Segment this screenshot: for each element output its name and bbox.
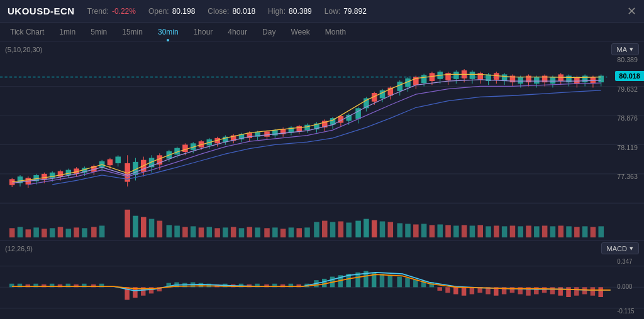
svg-rect-165 <box>74 228 79 238</box>
tab-tick[interactable]: Tick Chart <box>3 25 52 39</box>
svg-rect-114 <box>430 73 435 81</box>
svg-rect-207 <box>437 225 443 238</box>
svg-rect-173 <box>157 221 163 238</box>
svg-rect-179 <box>207 227 213 238</box>
svg-rect-190 <box>296 229 302 238</box>
svg-rect-157 <box>9 229 15 238</box>
macd-button[interactable]: MACD ▾ <box>601 242 639 254</box>
close-value: 80.018 <box>232 7 255 16</box>
svg-text:80.389: 80.389 <box>617 57 638 63</box>
close-label: Close: <box>208 7 229 16</box>
svg-rect-26 <box>66 170 72 175</box>
svg-rect-297 <box>542 288 547 293</box>
svg-rect-215 <box>502 227 508 238</box>
tab-15min[interactable]: 15min <box>114 25 150 39</box>
chart-container: (5,10,20,30) MA ▾ 80.389 79.632 78.876 7… <box>0 41 644 319</box>
tab-30min[interactable]: 30min <box>150 25 186 39</box>
svg-rect-178 <box>199 228 204 238</box>
svg-rect-222 <box>558 226 564 238</box>
svg-rect-174 <box>167 225 172 238</box>
svg-rect-167 <box>91 227 97 238</box>
svg-rect-172 <box>149 219 155 238</box>
svg-rect-176 <box>182 227 188 238</box>
volume-area <box>0 203 644 241</box>
ma-params: (5,10,20,30) <box>5 46 42 53</box>
tab-1min[interactable]: 1min <box>52 25 83 39</box>
svg-rect-255 <box>199 283 203 288</box>
svg-rect-226 <box>591 227 596 238</box>
svg-rect-279 <box>397 277 401 288</box>
svg-rect-152 <box>582 76 588 83</box>
svg-rect-199 <box>372 220 377 238</box>
svg-rect-287 <box>462 288 466 296</box>
svg-rect-301 <box>574 288 579 296</box>
svg-rect-160 <box>33 228 39 238</box>
svg-rect-171 <box>141 217 147 237</box>
svg-rect-136 <box>518 77 523 84</box>
tab-day[interactable]: Day <box>255 25 283 39</box>
svg-text:78.119: 78.119 <box>617 144 638 151</box>
timeframe-tabs: Tick Chart 1min 5min 15min 30min 1hour 4… <box>0 23 644 41</box>
close-button[interactable]: ✕ <box>627 6 636 17</box>
svg-rect-227 <box>598 227 604 238</box>
svg-rect-38 <box>115 156 121 163</box>
svg-rect-195 <box>338 222 344 238</box>
svg-rect-304 <box>598 288 602 298</box>
svg-rect-54 <box>182 144 188 152</box>
svg-rect-217 <box>518 227 523 238</box>
svg-rect-286 <box>453 288 458 295</box>
svg-rect-218 <box>526 226 531 238</box>
svg-rect-74 <box>264 131 270 136</box>
svg-rect-277 <box>380 274 384 287</box>
svg-rect-36 <box>108 160 113 166</box>
svg-rect-300 <box>566 288 570 298</box>
svg-rect-203 <box>405 224 411 238</box>
ma-button[interactable]: MA ▾ <box>611 43 640 55</box>
svg-rect-170 <box>133 216 138 237</box>
svg-rect-84 <box>304 125 310 130</box>
svg-rect-302 <box>582 288 587 295</box>
tab-5min[interactable]: 5min <box>83 25 114 39</box>
macd-chart[interactable]: 0.347 0.000 -0.115 <box>0 256 644 319</box>
svg-rect-180 <box>214 229 220 238</box>
svg-rect-130 <box>494 73 499 80</box>
low-stat: Low: 79.892 <box>325 7 367 16</box>
volume-svg <box>0 203 644 241</box>
svg-rect-82 <box>296 126 302 131</box>
svg-rect-219 <box>534 227 540 238</box>
svg-rect-293 <box>510 288 514 293</box>
svg-rect-270 <box>322 279 326 287</box>
tab-1hour[interactable]: 1hour <box>186 25 221 39</box>
tab-week[interactable]: Week <box>283 25 317 39</box>
svg-rect-164 <box>66 229 72 238</box>
svg-rect-223 <box>566 227 572 238</box>
svg-rect-12 <box>9 179 15 185</box>
header: UKOUSD-ECN Trend: -0.22% Open: 80.198 Cl… <box>0 0 644 23</box>
svg-rect-214 <box>494 226 499 238</box>
svg-rect-185 <box>255 228 260 238</box>
svg-rect-209 <box>453 226 459 238</box>
svg-rect-177 <box>191 227 196 238</box>
svg-rect-303 <box>591 288 595 296</box>
trend-label: Trend: <box>87 7 109 16</box>
svg-rect-188 <box>280 229 286 238</box>
svg-rect-169 <box>125 210 130 237</box>
svg-text:0.000: 0.000 <box>617 283 633 290</box>
tab-4hour[interactable]: 4hour <box>220 25 255 39</box>
svg-rect-140 <box>534 77 540 84</box>
tab-month[interactable]: Month <box>318 25 353 39</box>
close-stat: Close: 80.018 <box>208 7 255 16</box>
svg-rect-161 <box>42 229 47 238</box>
svg-rect-206 <box>430 225 435 238</box>
svg-rect-193 <box>322 221 328 238</box>
svg-rect-175 <box>174 226 180 238</box>
svg-rect-204 <box>413 225 419 238</box>
symbol: UKOUSD-ECN <box>8 6 75 16</box>
svg-rect-191 <box>304 228 310 238</box>
svg-rect-299 <box>558 288 562 296</box>
svg-rect-159 <box>26 230 31 238</box>
svg-rect-208 <box>445 225 451 238</box>
main-chart[interactable]: 80.389 79.632 78.876 78.119 77.363 <box>0 57 644 203</box>
svg-rect-210 <box>462 225 467 238</box>
open-value: 80.198 <box>172 7 196 16</box>
